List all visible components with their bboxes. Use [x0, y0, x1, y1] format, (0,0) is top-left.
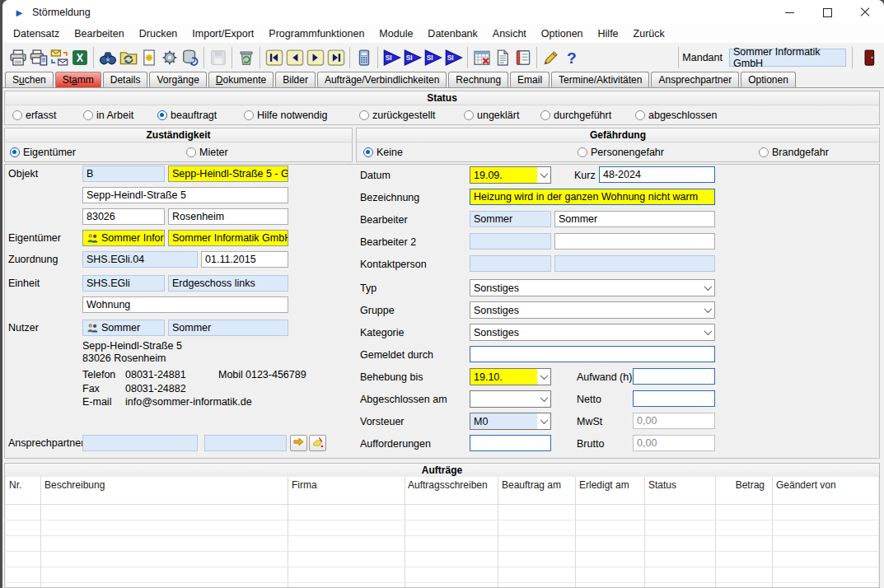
toolbar-phone-button[interactable]: [353, 47, 374, 68]
toolbar-print-button[interactable]: [7, 47, 28, 68]
status-radio-beauftragt[interactable]: beauftragt: [157, 109, 217, 122]
status-radio-ungekl-rt[interactable]: ungeklärt: [464, 109, 519, 122]
typ-select[interactable]: Sonstiges: [470, 279, 715, 296]
eigentuemer-code-field[interactable]: Sommer Informa: [82, 230, 165, 246]
kontaktperson-code-field[interactable]: [470, 255, 551, 272]
kontaktperson-name-field[interactable]: [554, 255, 715, 272]
gruppe-select[interactable]: Sonstiges: [470, 301, 715, 319]
gefaehrdung-radio-keine[interactable]: Keine: [363, 146, 403, 159]
column-header-betrag[interactable]: Betrag: [715, 479, 768, 491]
gefaehrdung-radio-personengefahr[interactable]: Personengefahr: [578, 146, 664, 159]
tab-ansprechpartner[interactable]: Ansprechpartner: [651, 72, 739, 87]
toolbar-si-module-button[interactable]: SI: [443, 47, 464, 68]
column-header-status[interactable]: Status: [648, 479, 713, 491]
tab-vorg-nge[interactable]: Vorgänge: [149, 72, 206, 87]
maximize-button[interactable]: [808, 0, 846, 25]
toolbar-si-module-button[interactable]: SI: [423, 47, 443, 68]
toolbar-help-button[interactable]: ?: [561, 47, 582, 68]
kurz-field[interactable]: 48-2024: [599, 166, 715, 183]
toolbar-nav-next-button[interactable]: [305, 47, 325, 68]
toolbar-search-button[interactable]: [97, 47, 118, 68]
behebung-bis-combo[interactable]: 19.10.: [470, 368, 551, 385]
menu-optionen[interactable]: Optionen: [534, 26, 591, 41]
column-header-beauftrag-am[interactable]: Beauftrag am: [502, 479, 573, 491]
menu-programmfunktionen[interactable]: Programmfunktionen: [261, 26, 372, 41]
status-radio-hilfe-notwendig[interactable]: Hilfe notwendig: [244, 109, 327, 122]
einheit-code-field[interactable]: SHS.EGli: [82, 275, 165, 292]
gefaehrdung-radio-brandgefahr[interactable]: Brandgefahr: [759, 146, 829, 159]
close-button[interactable]: [846, 0, 884, 25]
toolbar-edit-button[interactable]: [540, 47, 561, 68]
status-radio-durchgef-hrt[interactable]: durchgeführt: [540, 109, 611, 122]
datum-combo[interactable]: 19.09.: [470, 166, 551, 184]
column-header-auftragsschreiben[interactable]: Auftragsschreiben: [408, 479, 495, 491]
toolbar-new-record-button[interactable]: [138, 47, 159, 68]
exit-button[interactable]: [858, 47, 879, 68]
einheit-name-field[interactable]: Erdgeschoss links: [168, 275, 288, 292]
kategorie-select[interactable]: Sonstiges: [470, 324, 715, 341]
bearbeiter2-code-field[interactable]: [470, 233, 551, 250]
ansprechpartner-goto-button[interactable]: [290, 435, 307, 451]
toolbar-calendar-button[interactable]: [471, 47, 492, 68]
toolbar-document-button[interactable]: [492, 47, 512, 68]
aufwand-field[interactable]: [633, 368, 715, 385]
nutzer-code-field[interactable]: Sommer: [82, 320, 165, 336]
nutzer-name-field[interactable]: Sommer: [168, 320, 288, 336]
aufforderungen-field[interactable]: [470, 435, 551, 451]
toolbar-notebook-button[interactable]: [512, 47, 533, 68]
toolbar-si-module-button[interactable]: SI: [381, 47, 402, 68]
toolbar-folder-sync-button[interactable]: [118, 47, 138, 68]
menu-import-export[interactable]: Import/Export: [185, 26, 261, 41]
column-header-beschreibung[interactable]: Beschreibung: [44, 479, 285, 491]
ansprechpartner-code-field[interactable]: [82, 435, 198, 451]
zuordnung-code-field[interactable]: SHS.EGli.04: [82, 251, 198, 268]
menu-hilfe[interactable]: Hilfe: [591, 26, 626, 41]
zustaendigkeit-radio-mieter[interactable]: Mieter: [186, 146, 228, 159]
zustaendigkeit-radio-eigent-mer[interactable]: Eigentümer: [10, 146, 76, 159]
toolbar-nav-first-button[interactable]: [264, 47, 284, 68]
bearbeiter2-name-field[interactable]: [554, 233, 715, 250]
tab-termine-aktivit-ten[interactable]: Termine/Aktivitäten: [551, 72, 649, 87]
abgeschlossen-am-combo[interactable]: [470, 390, 551, 408]
minimize-button[interactable]: [770, 0, 808, 25]
toolbar-delete-button[interactable]: [236, 47, 256, 68]
ansprechpartner-edit-button[interactable]: [309, 435, 326, 451]
toolbar-print-report-button[interactable]: [28, 47, 49, 68]
bearbeiter-code-field[interactable]: Sommer: [470, 211, 551, 227]
objekt-city-field[interactable]: Rosenheim: [168, 208, 288, 225]
tab-bilder[interactable]: Bilder: [275, 72, 316, 87]
menu-drucken[interactable]: Drucken: [132, 26, 185, 41]
tab-auftr-ge-verbindlichkeiten[interactable]: Aufträge/Verbindlichkeiten: [317, 72, 447, 87]
ansprechpartner-name-field[interactable]: [204, 435, 287, 451]
menu-datensatz[interactable]: Datensatz: [6, 26, 67, 41]
status-radio-erfasst[interactable]: erfasst: [12, 109, 57, 122]
zuordnung-date-field[interactable]: 01.11.2015: [201, 251, 288, 268]
menu-module[interactable]: Module: [372, 26, 420, 41]
toolbar-mail-exchange-button[interactable]: [49, 47, 69, 68]
netto-field[interactable]: [633, 390, 715, 407]
tab-optionen[interactable]: Optionen: [741, 72, 796, 87]
tab-details[interactable]: Details: [103, 72, 148, 87]
toolbar-excel-export-button[interactable]: [69, 47, 90, 68]
objekt-name-field[interactable]: Sepp-Heindl-Straße 5 - Gewerl: [168, 166, 288, 182]
column-header-erledigt-am[interactable]: Erledigt am: [579, 479, 642, 491]
tab-dokumente[interactable]: Dokumente: [208, 72, 274, 87]
column-header-firma[interactable]: Firma: [292, 479, 402, 491]
gemeldet-durch-field[interactable]: [470, 346, 715, 362]
column-header-ge-ndert-von[interactable]: Geändert von: [776, 479, 878, 491]
menu-datenbank[interactable]: Datenbank: [420, 26, 484, 41]
column-header-nr-[interactable]: Nr.: [9, 479, 39, 491]
tab-rechnung[interactable]: Rechnung: [448, 72, 508, 87]
eigentuemer-name-field[interactable]: Sommer Informatik GmbH: [168, 230, 288, 246]
vorsteuer-combo[interactable]: M0: [470, 413, 551, 430]
status-radio-abgeschlossen[interactable]: abgeschlossen: [635, 109, 717, 122]
status-radio-zur-ckgestellt[interactable]: zurückgestellt: [359, 109, 435, 122]
bezeichnung-field[interactable]: Heizung wird in der ganzen Wohnung nicht…: [470, 189, 715, 205]
mandant-field[interactable]: Sommer Informatik GmbH: [729, 49, 846, 67]
objekt-street-field[interactable]: Sepp-Heindl-Straße 5: [82, 187, 288, 203]
objekt-zip-field[interactable]: 83026: [82, 208, 165, 225]
toolbar-nav-last-button[interactable]: [325, 47, 346, 68]
toolbar-db-refresh-button[interactable]: [180, 47, 200, 68]
menu-bearbeiten[interactable]: Bearbeiten: [67, 26, 131, 41]
toolbar-save-button[interactable]: [208, 47, 228, 68]
